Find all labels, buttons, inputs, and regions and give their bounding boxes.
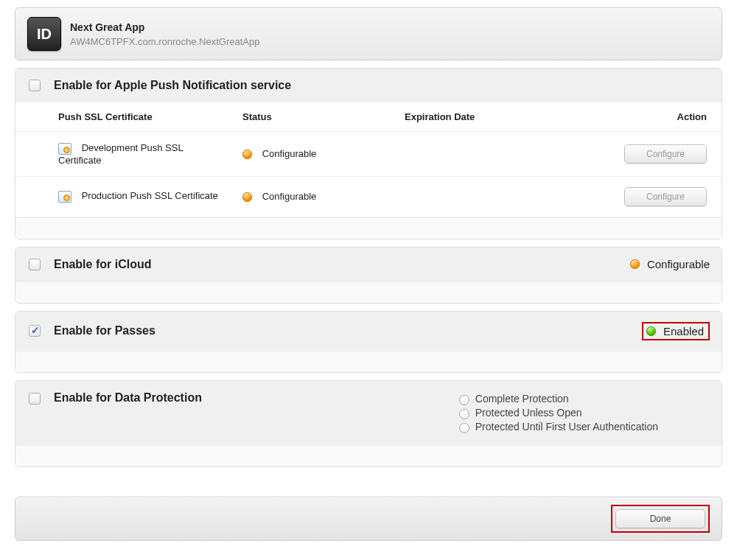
data-protection-radio[interactable]	[459, 409, 469, 419]
data-protection-radio[interactable]	[459, 423, 469, 433]
certificate-icon	[58, 143, 71, 155]
enable-data-protection-checkbox[interactable]	[29, 393, 41, 405]
app-header-panel: ID Next Great App AW4MC6TPFX.com.ronroch…	[15, 7, 722, 60]
section-passes-title: Enable for Passes	[54, 324, 156, 337]
radio-row: Complete Protection	[455, 393, 658, 405]
section-data-protection-header: Enable for Data Protection Complete Prot…	[15, 381, 722, 445]
app-meta: Next Great App AW4MC6TPFX.com.ronroche.N…	[70, 21, 259, 47]
status-dot-icon	[630, 259, 640, 269]
section-icloud-title: Enable for iCloud	[54, 258, 151, 271]
col-action: Action	[596, 102, 722, 132]
status-dot-icon	[242, 192, 252, 202]
cert-status: Configurable	[262, 148, 317, 159]
data-protection-radio[interactable]	[459, 395, 469, 405]
status-dot-icon	[646, 326, 656, 336]
section-passes: Enable for Passes Enabled	[15, 311, 722, 373]
passes-status-highlight: Enabled	[642, 322, 710, 340]
col-cert: Push SSL Certificate	[15, 102, 235, 132]
enable-push-checkbox[interactable]	[29, 80, 41, 91]
enable-icloud-checkbox[interactable]	[29, 259, 41, 270]
status-dot-icon	[242, 150, 252, 159]
app-title: Next Great App	[70, 21, 259, 33]
done-button[interactable]: Done	[615, 509, 705, 528]
section-data-protection-title: Enable for Data Protection	[54, 391, 202, 405]
push-cert-table: Push SSL Certificate Status Expiration D…	[15, 102, 722, 217]
passes-status: Enabled	[642, 322, 710, 340]
data-protection-options: Complete Protection Protected Unless Ope…	[455, 391, 710, 435]
certificate-icon	[58, 191, 71, 203]
radio-label: Protected Unless Open	[475, 407, 582, 419]
section-push-header: Enable for Apple Push Notification servi…	[15, 69, 722, 102]
table-row: Production Push SSL Certificate Configur…	[15, 176, 722, 217]
configure-button[interactable]: Configure	[624, 144, 707, 164]
section-push-title: Enable for Apple Push Notification servi…	[54, 79, 291, 92]
passes-status-text: Enabled	[663, 325, 704, 337]
cert-expiration	[397, 176, 596, 217]
section-icloud-header: Enable for iCloud Configurable	[15, 248, 722, 281]
enable-passes-checkbox[interactable]	[29, 325, 41, 337]
section-passes-header: Enable for Passes Enabled	[15, 312, 722, 351]
app-id-icon: ID	[27, 17, 61, 51]
radio-row: Protected Until First User Authenticatio…	[455, 421, 658, 433]
radio-label: Complete Protection	[475, 393, 569, 405]
section-icloud: Enable for iCloud Configurable	[15, 247, 722, 304]
cert-name: Production Push SSL Certificate	[82, 190, 218, 201]
cert-status: Configurable	[262, 191, 317, 202]
icloud-status-text: Configurable	[647, 258, 710, 270]
radio-label: Protected Until First User Authenticatio…	[475, 421, 658, 433]
section-data-protection: Enable for Data Protection Complete Prot…	[15, 380, 722, 467]
radio-row: Protected Unless Open	[455, 407, 658, 419]
cert-expiration	[397, 132, 596, 177]
configure-button[interactable]: Configure	[624, 187, 707, 206]
footer-bar: Done	[15, 497, 722, 541]
col-status: Status	[235, 102, 397, 132]
section-push: Enable for Apple Push Notification servi…	[15, 68, 722, 239]
app-bundle-id: AW4MC6TPFX.com.ronroche.NextGreatApp	[70, 36, 259, 47]
table-row: Development Push SSL Certificate Configu…	[15, 132, 722, 177]
cert-name: Development Push SSL Certificate	[58, 142, 183, 166]
col-expiration: Expiration Date	[397, 102, 596, 132]
icloud-status: Configurable	[630, 258, 710, 270]
done-highlight: Done	[611, 505, 710, 533]
